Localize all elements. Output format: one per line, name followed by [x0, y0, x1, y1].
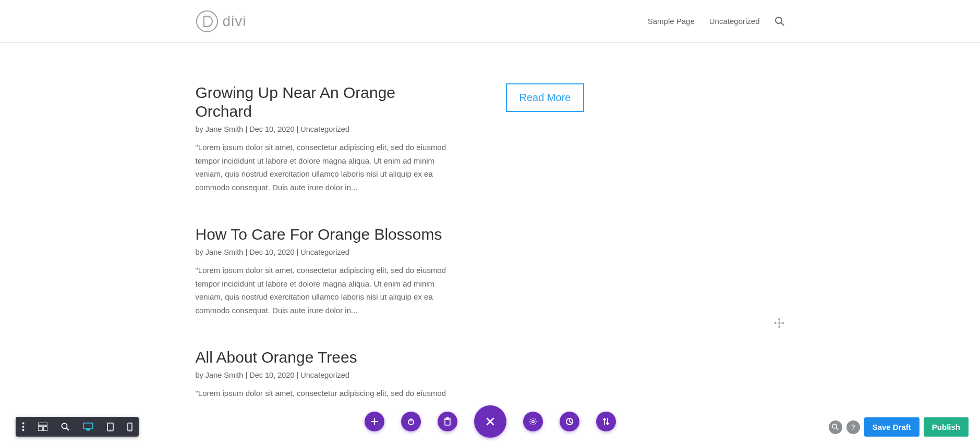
primary-nav: Sample Page Uncategorized — [648, 16, 785, 27]
post-category[interactable]: Uncategorized — [300, 125, 349, 133]
search-icon[interactable] — [775, 16, 785, 27]
post-excerpt: "Lorem ipsum dolor sit amet, consectetur… — [196, 264, 456, 317]
trash-button[interactable] — [438, 412, 457, 431]
svg-rect-11 — [83, 423, 93, 429]
save-draft-button[interactable]: Save Draft — [864, 417, 919, 437]
post-title[interactable]: All About Orange Trees — [196, 348, 456, 367]
svg-point-14 — [110, 429, 111, 430]
post-author[interactable]: Jane Smith — [205, 371, 244, 379]
post-excerpt: "Lorem ipsum dolor sit amet, consectetur… — [196, 141, 456, 194]
sort-button[interactable] — [596, 412, 616, 431]
post-author[interactable]: Jane Smith — [205, 248, 244, 256]
svg-rect-21 — [446, 418, 449, 419]
site-header: divi Sample Page Uncategorized — [0, 0, 980, 43]
nav-item-sample-page[interactable]: Sample Page — [648, 17, 695, 26]
history-button[interactable] — [560, 412, 579, 431]
svg-rect-6 — [38, 423, 47, 425]
content-wrap: Growing Up Near An Orange Orchard by Jan… — [196, 43, 785, 431]
svg-point-16 — [129, 429, 130, 430]
help-button[interactable]: ? — [846, 420, 860, 434]
sidebar-column: Read More — [506, 83, 600, 431]
post-title[interactable]: How To Care For Orange Blossoms — [196, 225, 456, 244]
publish-button[interactable]: Publish — [924, 417, 969, 437]
dots-more-icon[interactable] — [22, 422, 25, 432]
svg-line-10 — [67, 428, 69, 431]
post-category[interactable]: Uncategorized — [300, 248, 349, 256]
desktop-view-icon[interactable] — [83, 422, 93, 432]
post-author[interactable]: Jane Smith — [205, 125, 244, 133]
svg-point-3 — [22, 423, 25, 425]
svg-rect-12 — [87, 429, 90, 430]
builder-actions — [365, 405, 616, 438]
posts-column: Growing Up Near An Orange Orchard by Jan… — [196, 83, 456, 431]
svg-rect-7 — [38, 427, 42, 431]
editor-save-area: ? Save Draft Publish — [829, 417, 969, 437]
svg-line-25 — [836, 428, 838, 430]
view-toolbar — [16, 417, 139, 437]
post: All About Orange Trees by Jane Smith | D… — [196, 348, 456, 400]
site-logo[interactable]: divi — [196, 10, 247, 33]
phone-view-icon[interactable] — [127, 422, 132, 432]
svg-point-1 — [776, 17, 782, 23]
tablet-view-icon[interactable] — [107, 422, 114, 432]
svg-point-9 — [62, 424, 67, 429]
add-button[interactable] — [365, 412, 384, 431]
wireframe-icon[interactable] — [38, 422, 47, 432]
close-builder-button[interactable] — [474, 405, 506, 438]
svg-line-2 — [781, 23, 784, 26]
svg-point-22 — [531, 420, 534, 423]
post: How To Care For Orange Blossoms by Jane … — [196, 225, 456, 317]
zoom-icon[interactable] — [61, 422, 69, 432]
post-date: Dec 10, 2020 — [249, 248, 294, 256]
move-handle-icon[interactable] — [774, 318, 784, 330]
svg-rect-19 — [445, 419, 450, 425]
brand-text: divi — [223, 13, 247, 30]
settings-button[interactable] — [523, 412, 543, 431]
post-excerpt: "Lorem ipsum dolor sit amet, consectetur… — [196, 387, 456, 400]
post-meta: by Jane Smith | Dec 10, 2020 | Uncategor… — [196, 125, 456, 133]
svg-point-0 — [197, 11, 217, 32]
svg-rect-8 — [43, 427, 47, 431]
divi-logo-icon — [196, 10, 219, 33]
svg-point-24 — [832, 424, 837, 428]
read-more-button[interactable]: Read More — [506, 83, 585, 112]
quick-search-icon[interactable] — [829, 420, 842, 434]
post-title[interactable]: Growing Up Near An Orange Orchard — [196, 83, 456, 121]
post-date: Dec 10, 2020 — [249, 371, 294, 379]
post: Growing Up Near An Orange Orchard by Jan… — [196, 83, 456, 194]
post-meta: by Jane Smith | Dec 10, 2020 | Uncategor… — [196, 248, 456, 256]
nav-item-uncategorized[interactable]: Uncategorized — [709, 17, 760, 26]
svg-point-5 — [22, 429, 25, 431]
post-category[interactable]: Uncategorized — [300, 371, 349, 379]
post-date: Dec 10, 2020 — [249, 125, 294, 133]
svg-point-4 — [22, 426, 25, 428]
power-button[interactable] — [401, 412, 421, 431]
post-meta: by Jane Smith | Dec 10, 2020 | Uncategor… — [196, 371, 456, 379]
